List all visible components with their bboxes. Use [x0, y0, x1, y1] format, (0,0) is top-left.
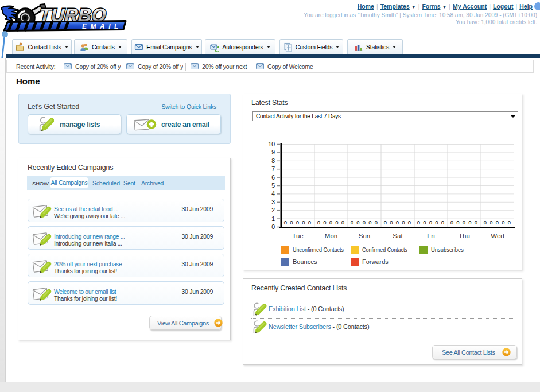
- svg-text:0: 0: [390, 219, 393, 226]
- svg-text:0: 0: [417, 219, 420, 226]
- svg-text:0: 0: [335, 219, 338, 226]
- svg-text:0: 0: [484, 219, 487, 226]
- svg-text:0: 0: [341, 219, 344, 226]
- svg-text:1: 1: [271, 215, 275, 222]
- svg-text:7: 7: [271, 165, 275, 172]
- svg-text:0: 0: [296, 219, 299, 226]
- svg-text:0: 0: [402, 219, 405, 226]
- svg-text:0: 0: [363, 219, 366, 226]
- svg-text:0: 0: [351, 219, 353, 226]
- svg-text:0: 0: [463, 219, 465, 226]
- svg-text:10: 10: [268, 141, 275, 148]
- svg-text:4: 4: [271, 190, 275, 197]
- svg-text:0: 0: [468, 219, 471, 226]
- svg-text:EMAIL: EMAIL: [82, 22, 122, 30]
- svg-text:0: 0: [308, 219, 311, 226]
- svg-text:Sun: Sun: [359, 232, 370, 239]
- svg-text:0: 0: [302, 219, 305, 226]
- svg-text:0: 0: [496, 219, 499, 226]
- svg-text:0: 0: [423, 219, 426, 226]
- svg-text:0: 0: [396, 219, 399, 226]
- svg-text:3: 3: [271, 199, 275, 205]
- svg-text:0: 0: [317, 219, 320, 226]
- svg-text:0: 0: [502, 219, 504, 226]
- svg-text:0: 0: [456, 219, 459, 226]
- svg-text:Tue: Tue: [292, 232, 303, 239]
- svg-text:Confirmed Contacts: Confirmed Contacts: [362, 246, 407, 253]
- svg-text:0: 0: [490, 219, 492, 226]
- svg-text:0: 0: [450, 219, 453, 226]
- svg-text:0: 0: [284, 219, 287, 226]
- svg-text:9: 9: [271, 149, 275, 156]
- svg-text:0: 0: [441, 219, 444, 226]
- svg-text:0: 0: [508, 219, 511, 226]
- svg-text:5: 5: [271, 182, 275, 189]
- svg-text:0: 0: [356, 219, 359, 226]
- svg-text:0: 0: [323, 219, 326, 226]
- svg-text:0: 0: [329, 219, 332, 226]
- svg-text:0: 0: [429, 219, 432, 226]
- svg-text:0: 0: [375, 219, 378, 226]
- svg-text:Unconfirmed Contacts: Unconfirmed Contacts: [293, 246, 344, 253]
- svg-text:0: 0: [384, 219, 387, 226]
- svg-text:Wed: Wed: [491, 232, 504, 239]
- svg-text:2: 2: [271, 207, 275, 214]
- svg-text:0: 0: [408, 219, 411, 226]
- svg-text:Thu: Thu: [459, 232, 470, 239]
- svg-text:0: 0: [475, 219, 477, 226]
- svg-text:6: 6: [271, 174, 275, 181]
- svg-text:Sat: Sat: [393, 232, 403, 239]
- svg-text:0: 0: [271, 223, 275, 230]
- svg-text:Bounces: Bounces: [293, 258, 317, 265]
- svg-text:Forwards: Forwards: [362, 258, 389, 265]
- svg-text:Fri: Fri: [427, 232, 434, 239]
- svg-text:0: 0: [435, 219, 438, 226]
- svg-text:0: 0: [368, 219, 371, 226]
- svg-text:8: 8: [271, 157, 275, 164]
- svg-text:Mon: Mon: [325, 232, 337, 239]
- svg-text:0: 0: [290, 219, 293, 226]
- svg-text:Unsubscribes: Unsubscribes: [431, 246, 464, 253]
